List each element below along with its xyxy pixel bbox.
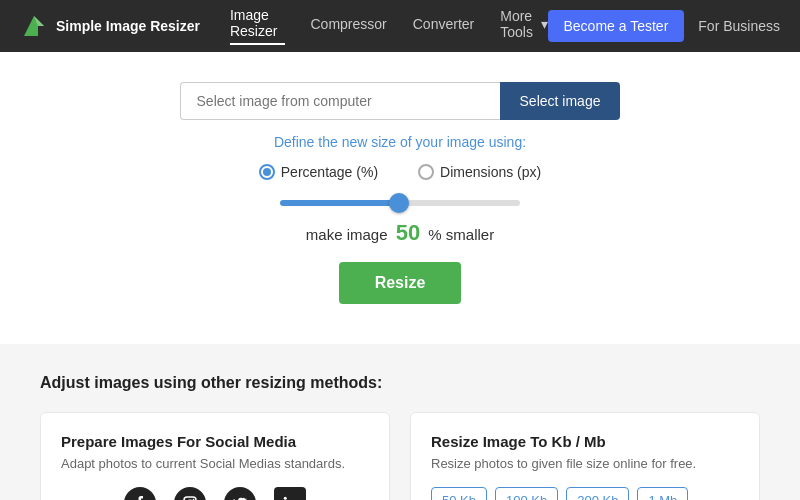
slider-container [20, 200, 780, 206]
linkedin-icon[interactable] [274, 487, 306, 500]
logo-text: Simple Image Resizer [56, 18, 200, 34]
twitter-icon[interactable] [224, 487, 256, 500]
kb-100-button[interactable]: 100 Kb [495, 487, 558, 500]
kb-buttons-row: 50 Kb 100 Kb 200 Kb 1 Mb [431, 487, 739, 500]
nav-compressor[interactable]: Compressor [311, 16, 387, 36]
become-tester-button[interactable]: Become a Tester [548, 10, 685, 42]
radio-percentage[interactable]: Percentage (%) [259, 164, 378, 180]
bottom-title: Adjust images using other resizing metho… [40, 374, 760, 392]
radio-dimensions-label: Dimensions (px) [440, 164, 541, 180]
radio-dimensions-indicator [418, 164, 434, 180]
social-icons-row [61, 487, 369, 500]
navbar: Simple Image Resizer Image Resizer Compr… [0, 0, 800, 52]
nav-converter[interactable]: Converter [413, 16, 474, 36]
resize-mode-group: Percentage (%) Dimensions (px) [20, 164, 780, 180]
facebook-icon[interactable] [124, 487, 156, 500]
kb-200-button[interactable]: 200 Kb [566, 487, 629, 500]
nav-image-resizer[interactable]: Image Resizer [230, 7, 285, 45]
cards-row: Prepare Images For Social Media Adapt ph… [40, 412, 760, 500]
social-media-card-desc: Adapt photos to current Social Medias st… [61, 456, 369, 471]
mb-1-button[interactable]: 1 Mb [637, 487, 688, 500]
social-media-card-title: Prepare Images For Social Media [61, 433, 369, 450]
radio-percentage-label: Percentage (%) [281, 164, 378, 180]
main-section: Select image Define the new size of your… [0, 52, 800, 344]
make-image-text-after: % smaller [428, 226, 494, 243]
resize-kb-card-desc: Resize photos to given file size online … [431, 456, 739, 471]
social-media-card: Prepare Images For Social Media Adapt ph… [40, 412, 390, 500]
kb-50-button[interactable]: 50 Kb [431, 487, 487, 500]
logo-icon [20, 12, 48, 40]
define-text: Define the new size of your image using: [20, 134, 780, 150]
resize-kb-card-title: Resize Image To Kb / Mb [431, 433, 739, 450]
instagram-icon[interactable] [174, 487, 206, 500]
svg-point-6 [284, 497, 287, 500]
radio-percentage-indicator [259, 164, 275, 180]
radio-dimensions[interactable]: Dimensions (px) [418, 164, 541, 180]
resize-kb-card: Resize Image To Kb / Mb Resize photos to… [410, 412, 760, 500]
bottom-section: Adjust images using other resizing metho… [0, 344, 800, 500]
upload-row: Select image [20, 82, 780, 120]
for-business-button[interactable]: For Business [698, 18, 780, 34]
make-image-row: make image 50 % smaller [20, 220, 780, 246]
make-image-text-before: make image [306, 226, 388, 243]
chevron-down-icon: ▾ [541, 16, 548, 32]
percentage-value: 50 [396, 220, 420, 245]
select-image-button[interactable]: Select image [500, 82, 621, 120]
percentage-slider[interactable] [280, 200, 520, 206]
logo: Simple Image Resizer [20, 12, 200, 40]
file-input[interactable] [180, 82, 500, 120]
nav-more-tools[interactable]: More Tools ▾ [500, 8, 547, 44]
resize-button[interactable]: Resize [339, 262, 462, 304]
nav-links: Image Resizer Compressor Converter More … [230, 7, 548, 45]
